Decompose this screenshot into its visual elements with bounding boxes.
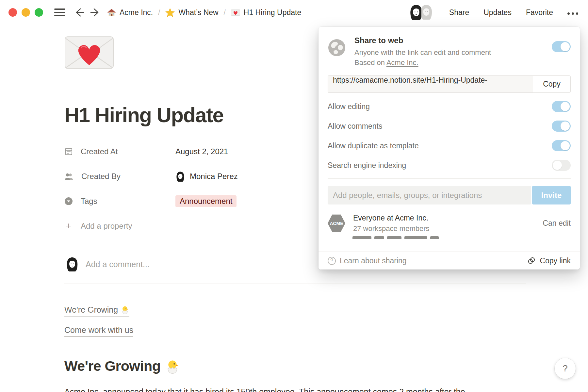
- breadcrumb-label: Acme Inc.: [120, 8, 153, 17]
- clipped-next-row: [352, 236, 571, 239]
- copy-url-button[interactable]: Copy: [533, 75, 571, 93]
- breadcrumb-item-whats-new[interactable]: What’s New: [165, 8, 218, 17]
- star-icon: [165, 8, 175, 17]
- add-comment-input[interactable]: Add a comment...: [86, 260, 150, 269]
- favorite-button[interactable]: Favorite: [526, 8, 553, 17]
- link-label: Come work with us: [64, 325, 133, 335]
- page-properties: Created At August 2, 2021 Created By: [64, 143, 300, 242]
- workspace-member-count: 27 workspace members: [353, 224, 430, 233]
- page-emoji-icon[interactable]: [64, 35, 114, 71]
- divider: [64, 284, 526, 284]
- copy-link-label: Copy link: [540, 256, 571, 265]
- breadcrumb-separator: /: [224, 8, 226, 17]
- link-label: We're Growing: [64, 305, 118, 315]
- add-property-button[interactable]: + Add a property: [64, 218, 300, 235]
- love-letter-icon: [231, 9, 240, 16]
- love-letter-icon: [64, 35, 114, 70]
- allow-editing-row: Allow editing: [328, 97, 571, 116]
- share-button[interactable]: Share: [449, 8, 469, 17]
- acme-logo-text: ACME: [330, 221, 343, 226]
- search-indexing-label: Search engine indexing: [328, 161, 406, 170]
- created-by-name: Monica Perez: [190, 172, 238, 181]
- allow-editing-label: Allow editing: [328, 102, 370, 111]
- updates-button[interactable]: Updates: [483, 8, 512, 17]
- share-to-web-text: Share to web Anyone with the link can ed…: [354, 36, 491, 68]
- people-icon: [64, 172, 74, 180]
- acme-workspace-logo: ACME: [328, 214, 345, 233]
- close-window-button[interactable]: [8, 8, 17, 17]
- breadcrumb-item-workspace[interactable]: Acme Inc.: [107, 8, 153, 17]
- allow-duplicate-label: Allow duplicate as template: [328, 141, 419, 150]
- link-come-work-with-us[interactable]: Come work with us: [64, 325, 133, 337]
- property-value-created-by[interactable]: Monica Perez: [175, 171, 238, 182]
- breadcrumb-label: H1 Hiring Update: [244, 8, 301, 17]
- add-property-label: Add a property: [81, 221, 132, 231]
- based-on-prefix: Based on: [354, 58, 385, 67]
- share-url-row: https://camacme.notion.site/H1-Hiring-Up…: [328, 75, 571, 93]
- back-button[interactable]: [73, 8, 84, 17]
- property-row-tags[interactable]: Tags Announcement: [64, 193, 300, 210]
- property-label: Created By: [81, 172, 121, 181]
- select-property-icon: [64, 197, 73, 205]
- hatching-chick-icon: [121, 305, 129, 314]
- breadcrumb: Acme Inc. / What’s New / H1 Hiring Updat…: [107, 8, 301, 17]
- minimize-window-button[interactable]: [22, 8, 30, 17]
- more-options-icon[interactable]: [567, 10, 578, 15]
- allow-duplicate-toggle[interactable]: [552, 140, 571, 151]
- divider: [328, 178, 571, 179]
- breadcrumb-item-current-page[interactable]: H1 Hiring Update: [231, 8, 301, 17]
- share-permission-toggles: Allow editing Allow comments Allow dupli…: [328, 97, 571, 179]
- monica-avatar-icon: [175, 171, 185, 182]
- user-avatar-icon: [65, 257, 79, 272]
- topbar-actions: Share Updates Favorite: [409, 4, 578, 21]
- search-indexing-row: Search engine indexing: [328, 155, 571, 175]
- allow-comments-toggle[interactable]: [552, 121, 571, 132]
- share-popover-footer: ? Learn about sharing Copy link: [318, 252, 580, 270]
- based-on-line: Based on Acme Inc.: [354, 57, 491, 68]
- share-url-input[interactable]: https://camacme.notion.site/H1-Hiring-Up…: [328, 75, 533, 93]
- share-to-web-toggle[interactable]: [552, 41, 571, 52]
- help-circle-icon: ?: [328, 257, 336, 265]
- property-label: Created At: [81, 147, 118, 156]
- zoom-window-button[interactable]: [35, 8, 43, 17]
- copy-link-button[interactable]: Copy link: [527, 256, 571, 265]
- share-to-web-title: Share to web: [354, 36, 491, 45]
- calendar-icon: [64, 147, 73, 156]
- allow-editing-toggle[interactable]: [552, 101, 571, 112]
- learn-about-sharing-link[interactable]: ? Learn about sharing: [328, 256, 407, 265]
- based-on-link[interactable]: Acme Inc.: [386, 58, 418, 67]
- workspace-members-row[interactable]: ACME Everyone at Acme Inc. 27 workspace …: [328, 214, 571, 233]
- hatching-chick-icon: [165, 359, 180, 374]
- help-button[interactable]: ?: [555, 358, 576, 379]
- presence-avatars[interactable]: [409, 4, 433, 21]
- link-icon: [527, 256, 536, 265]
- allow-duplicate-row: Allow duplicate as template: [328, 136, 571, 155]
- invite-people-input[interactable]: [328, 186, 531, 204]
- link-were-growing[interactable]: We're Growing: [64, 305, 129, 317]
- property-row-created-at[interactable]: Created At August 2, 2021: [64, 143, 300, 160]
- collaborator-avatar-icon: [419, 4, 433, 20]
- page-title[interactable]: H1 Hiring Update: [64, 103, 223, 127]
- forward-button[interactable]: [90, 8, 101, 17]
- allow-comments-row: Allow comments: [328, 116, 571, 136]
- permission-dropdown[interactable]: Can edit: [543, 219, 571, 228]
- sidebar-toggle-icon[interactable]: [54, 8, 65, 16]
- workspace-name: Everyone at Acme Inc.: [353, 214, 430, 222]
- top-bar: Acme Inc. / What’s New / H1 Hiring Updat…: [0, 0, 588, 25]
- arrow-left-icon: [73, 8, 84, 17]
- search-indexing-toggle[interactable]: [552, 160, 571, 171]
- invite-button[interactable]: Invite: [532, 186, 571, 204]
- tag-announcement[interactable]: Announcement: [175, 195, 237, 207]
- section-heading[interactable]: We're Growing: [64, 358, 180, 374]
- body-paragraph-clipped[interactable]: Acme Inc. announced today that it has hi…: [64, 386, 526, 392]
- plus-icon: +: [64, 220, 73, 232]
- window-controls: [8, 8, 43, 17]
- property-row-created-by[interactable]: Created By Monica Perez: [64, 168, 300, 185]
- share-to-web-section: Share to web Anyone with the link can ed…: [318, 27, 580, 68]
- invite-row: Invite: [328, 186, 571, 204]
- globe-icon: [328, 39, 346, 57]
- share-popover: Share to web Anyone with the link can ed…: [318, 27, 580, 270]
- share-to-web-subtitle: Anyone with the link can edit and commen…: [354, 47, 491, 57]
- breadcrumb-label: What’s New: [178, 8, 218, 17]
- property-value-created-at[interactable]: August 2, 2021: [175, 147, 228, 156]
